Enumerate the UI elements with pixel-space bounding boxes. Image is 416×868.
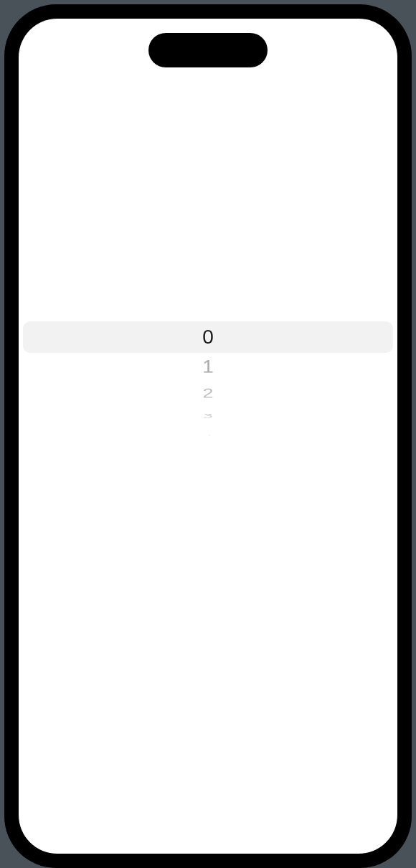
phone-bezel: 0 1 2 3 4	[17, 17, 399, 855]
number-picker[interactable]: 0 1 2 3 4	[19, 321, 397, 551]
picker-item[interactable]: 3	[22, 412, 394, 420]
picker-wheel[interactable]: 0 1 2 3 4	[19, 321, 397, 450]
dynamic-island	[148, 33, 268, 67]
screen-content: 0 1 2 3 4	[19, 19, 397, 854]
phone-frame: 0 1 2 3 4	[4, 4, 412, 868]
picker-item[interactable]: 2	[19, 384, 397, 403]
picker-item[interactable]: 1	[19, 352, 397, 381]
picker-item-selected[interactable]: 0	[19, 321, 397, 353]
phone-screen: 0 1 2 3 4	[19, 19, 397, 854]
picker-item[interactable]: 4	[28, 435, 388, 436]
